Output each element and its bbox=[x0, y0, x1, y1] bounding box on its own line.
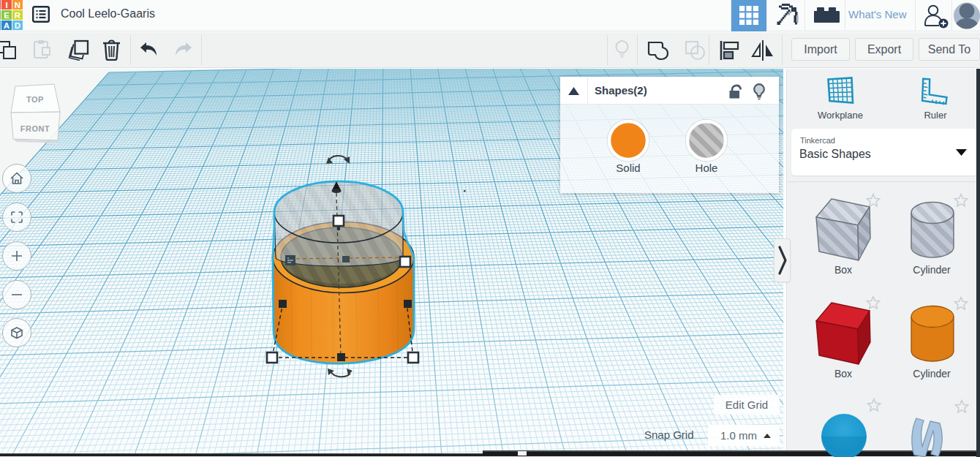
svg-text:Box: Box bbox=[834, 368, 852, 379]
svg-text:Cylinder: Cylinder bbox=[913, 264, 951, 276]
svg-text:Hole: Hole bbox=[696, 162, 718, 174]
svg-text:Box: Box bbox=[834, 264, 852, 276]
svg-text:Solid: Solid bbox=[616, 162, 640, 174]
svg-text:Cylinder: Cylinder bbox=[913, 368, 951, 379]
